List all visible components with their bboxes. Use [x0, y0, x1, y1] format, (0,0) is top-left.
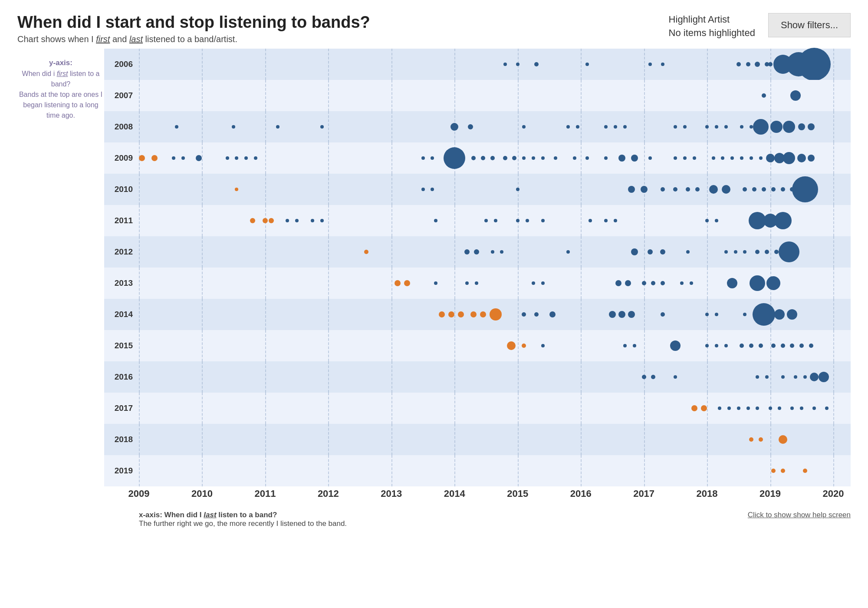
dot-100	[792, 176, 818, 202]
grid-line-2015	[518, 236, 519, 268]
grid-line-2013	[391, 330, 392, 361]
x-axis-label-2010: 2010	[191, 488, 213, 499]
chart-row-2008: 2008	[104, 111, 851, 142]
grid-line-2012	[328, 361, 329, 393]
grid-line-2014	[454, 49, 455, 80]
dot-171	[743, 313, 746, 316]
dot-43	[172, 156, 175, 160]
dot-16	[790, 90, 801, 101]
dot-115	[604, 219, 608, 222]
grid-line-2010	[202, 268, 203, 299]
grid-line-2012	[328, 111, 329, 142]
row-dots-2015	[139, 330, 851, 361]
grid-line-2018	[707, 424, 708, 455]
grid-line-2014	[454, 268, 455, 299]
dot-6	[736, 62, 741, 66]
dot-50	[421, 156, 425, 160]
dot-88	[661, 187, 665, 192]
grid-line-2020	[833, 205, 834, 236]
dot-169	[705, 313, 709, 316]
dot-26	[604, 125, 608, 129]
grid-line-2013	[391, 268, 392, 299]
grid-line-2019	[770, 80, 771, 111]
dot-201	[810, 373, 819, 381]
dot-54	[481, 156, 485, 160]
dot-178	[541, 344, 545, 347]
grid-line-2010	[202, 299, 203, 330]
dot-73	[730, 156, 734, 160]
grid-line-2011	[265, 299, 266, 330]
dot-15	[762, 93, 766, 98]
dot-86	[628, 186, 635, 193]
grid-line-2018	[707, 268, 708, 299]
grid-line-2012	[328, 424, 329, 455]
dot-177	[522, 344, 526, 348]
dot-182	[705, 344, 709, 347]
grid-line-2020	[833, 330, 834, 361]
grid-line-2016	[581, 330, 582, 361]
dot-152	[690, 281, 693, 285]
dot-205	[718, 406, 721, 410]
dot-185	[740, 344, 744, 348]
dot-110	[494, 219, 497, 222]
dot-183	[715, 344, 718, 347]
subtitle-pre: Chart shows when I	[17, 34, 96, 44]
dot-141	[434, 281, 437, 285]
grid-line-2020	[833, 361, 834, 393]
grid-line-2009	[139, 330, 140, 361]
grid-line-2011	[265, 424, 266, 455]
grid-line-2014	[454, 299, 455, 330]
dot-55	[490, 156, 495, 160]
dot-186	[749, 344, 753, 348]
dot-0	[503, 63, 507, 66]
chart-row-2006: 2006	[104, 49, 851, 80]
dot-83	[421, 188, 425, 191]
dot-77	[766, 154, 775, 162]
grid-line-2013	[391, 393, 392, 424]
grid-line-2020	[833, 268, 834, 299]
grid-line-2011	[265, 361, 266, 393]
row-dots-2006	[139, 49, 851, 80]
dot-53	[471, 156, 476, 160]
dot-36	[753, 119, 769, 135]
grid-line-2013	[391, 142, 392, 174]
dot-155	[766, 276, 780, 290]
show-filters-button[interactable]: Show filters...	[768, 13, 851, 37]
grid-line-2011	[265, 393, 266, 424]
dot-196	[756, 375, 759, 379]
dot-187	[759, 344, 763, 348]
grid-line-2009	[139, 455, 140, 486]
subtitle-mid: and	[110, 34, 129, 44]
row-label-2013: 2013	[104, 278, 139, 288]
dot-206	[727, 406, 731, 410]
dot-34	[740, 125, 743, 129]
dot-30	[683, 125, 687, 129]
dot-35	[750, 125, 753, 129]
grid-line-2016	[581, 268, 582, 299]
grid-line-2013	[391, 299, 392, 330]
dot-153	[727, 278, 737, 288]
grid-line-2014	[454, 236, 455, 268]
dot-66	[631, 155, 638, 162]
grid-line-2014	[454, 393, 455, 424]
grid-line-2015	[518, 330, 519, 361]
grid-line-2009	[139, 49, 140, 80]
grid-line-2017	[644, 393, 645, 424]
grid-line-2020	[833, 49, 834, 80]
dot-156	[439, 311, 445, 317]
y-axis-desc: When did i first listen to a band?Bands …	[17, 69, 104, 121]
x-axis-description: x-axis: When did I last listen to a band…	[139, 511, 347, 528]
dot-96	[762, 187, 766, 192]
dot-128	[631, 248, 638, 255]
dot-104	[286, 219, 289, 222]
dot-4	[648, 63, 652, 66]
dot-199	[794, 375, 797, 379]
y-axis-first: first	[57, 70, 68, 77]
dot-45	[196, 155, 202, 161]
dot-61	[554, 156, 557, 160]
dot-106	[311, 219, 314, 222]
help-link[interactable]: Click to show show help screen	[748, 511, 851, 519]
row-dots-2016	[139, 361, 851, 393]
grid-line-2020	[833, 424, 834, 455]
row-label-2017: 2017	[104, 403, 139, 413]
